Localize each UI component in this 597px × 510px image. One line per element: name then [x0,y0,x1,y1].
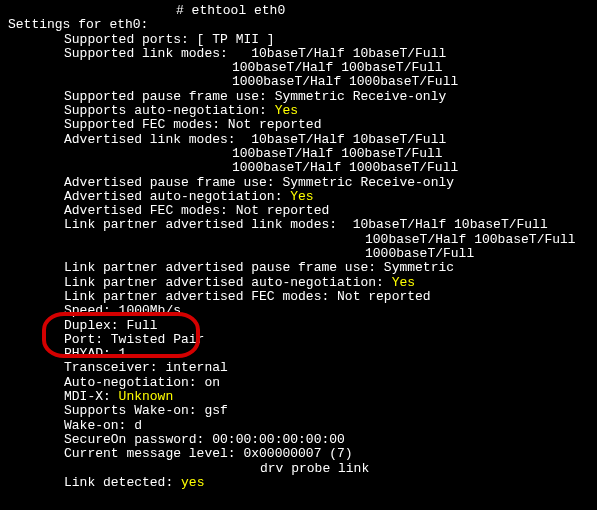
phyad-line: PHYAD: 1 [8,347,589,361]
supported-fec: Supported FEC modes: Not reported [8,118,589,132]
supported-pause: Supported pause frame use: Symmetric Rec… [8,90,589,104]
auto-negotiation-line: Auto-negotiation: on [8,376,589,390]
lp-link-modes: Link partner advertised link modes: 10ba… [8,218,589,232]
port-line: Port: Twisted Pair [8,333,589,347]
advertised-pause: Advertised pause frame use: Symmetric Re… [8,176,589,190]
speed-line: Speed: 1000Mb/s [8,304,589,318]
lp-link-modes-cont: 1000baseT/Full [8,247,589,261]
advertised-link-modes-cont: 100baseT/Half 100baseT/Full [8,147,589,161]
supports-wake-on: Supports Wake-on: gsf [8,404,589,418]
auto-neg-value: Yes [392,275,415,290]
advertised-link-modes: Advertised link modes: 10baseT/Half 10ba… [8,133,589,147]
mdix-line: MDI-X: Unknown [8,390,589,404]
advertised-link-modes-cont: 1000baseT/Half 1000baseT/Full [8,161,589,175]
terminal-output: # ethtool eth0 Settings for eth0: Suppor… [8,4,589,490]
supported-ports: Supported ports: [ TP MII ] [8,33,589,47]
lp-fec: Link partner advertised FEC modes: Not r… [8,290,589,304]
transceiver-line: Transceiver: internal [8,361,589,375]
message-level-detail: drv probe link [8,462,589,476]
duplex-line: Duplex: Full [8,319,589,333]
auto-neg-value: Yes [275,103,298,118]
wake-on: Wake-on: d [8,419,589,433]
supported-link-modes-cont: 1000baseT/Half 1000baseT/Full [8,75,589,89]
lp-link-modes-cont: 100baseT/Half 100baseT/Full [8,233,589,247]
lp-auto-negotiation: Link partner advertised auto-negotiation… [8,276,589,290]
mdix-value: Unknown [119,389,174,404]
auto-neg-value: Yes [290,189,313,204]
lp-pause: Link partner advertised pause frame use:… [8,261,589,275]
advertised-auto-negotiation: Advertised auto-negotiation: Yes [8,190,589,204]
advertised-fec: Advertised FEC modes: Not reported [8,204,589,218]
command-line: # ethtool eth0 [8,4,589,18]
supported-link-modes-cont: 100baseT/Half 100baseT/Full [8,61,589,75]
link-detected-value: yes [181,475,204,490]
settings-header: Settings for eth0: [8,18,589,32]
secureon-password: SecureOn password: 00:00:00:00:00:00 [8,433,589,447]
link-detected: Link detected: yes [8,476,589,490]
message-level: Current message level: 0x00000007 (7) [8,447,589,461]
supported-link-modes: Supported link modes: 10baseT/Half 10bas… [8,47,589,61]
supports-auto-negotiation: Supports auto-negotiation: Yes [8,104,589,118]
